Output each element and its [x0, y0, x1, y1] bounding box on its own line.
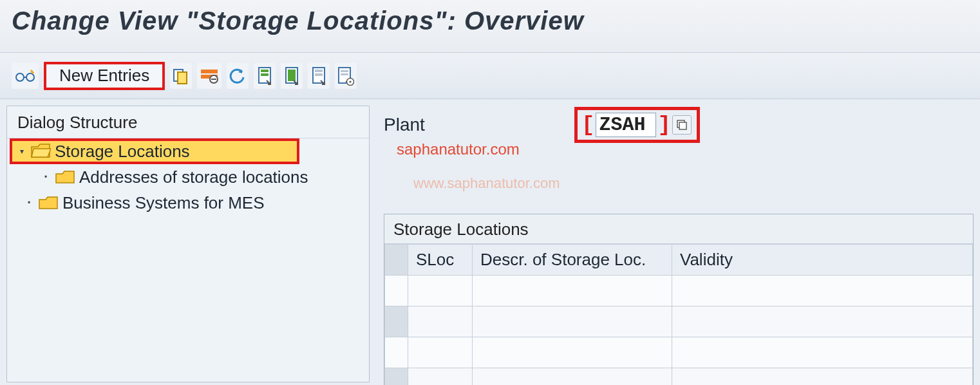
col-sloc[interactable]: SLoc	[408, 245, 473, 276]
tree-item-business-systems[interactable]: • Business Systems for MES	[7, 190, 369, 216]
table-row[interactable]	[385, 368, 973, 386]
row-selector[interactable]	[385, 368, 408, 386]
svg-rect-15	[315, 73, 323, 76]
value-help-button[interactable]	[672, 115, 692, 135]
plant-field-highlight: [ ]	[574, 107, 700, 143]
tree-item-storage-locations[interactable]: ▾ Storage Locations	[10, 138, 299, 164]
svg-rect-7	[211, 79, 216, 80]
row-selector-header[interactable]	[385, 245, 408, 276]
title-bar: Change View "Storage Locations": Overvie…	[0, 0, 980, 53]
value-help-icon	[676, 119, 688, 131]
cell-sloc[interactable]	[408, 368, 473, 386]
main-split: Dialog Structure ▾ Storage Locations • A…	[0, 99, 980, 385]
svg-rect-26	[679, 122, 686, 129]
svg-rect-18	[341, 73, 348, 75]
cell-descr[interactable]	[473, 368, 672, 386]
cell-sloc[interactable]	[408, 306, 473, 337]
svg-rect-4	[201, 70, 218, 73]
cell-validity[interactable]	[672, 368, 973, 386]
svg-rect-10	[261, 73, 269, 76]
copy-icon[interactable]	[170, 63, 192, 89]
row-selector[interactable]	[385, 276, 408, 306]
dialog-tree: ▾ Storage Locations • Addresses of stora…	[7, 138, 369, 216]
svg-point-1	[26, 73, 34, 81]
svg-point-0	[16, 73, 24, 81]
cell-validity[interactable]	[672, 276, 973, 306]
cell-descr[interactable]	[473, 276, 672, 306]
bracket-right-icon: ]	[657, 113, 670, 137]
undo-icon[interactable]	[227, 63, 249, 89]
col-descr[interactable]: Descr. of Storage Loc.	[473, 245, 672, 276]
tree-item-addresses[interactable]: • Addresses of storage locations	[7, 164, 369, 190]
delete-row-icon[interactable]	[197, 63, 221, 89]
folder-icon	[38, 194, 59, 211]
cell-sloc[interactable]	[408, 337, 473, 368]
bracket-left-icon: [	[581, 113, 594, 137]
cell-validity[interactable]	[672, 306, 973, 337]
content-panel: Plant [ ] saphanatutor.com www.saphanatu…	[375, 99, 980, 385]
select-block-icon[interactable]	[281, 63, 303, 89]
tree-label: Business Systems for MES	[62, 193, 265, 213]
svg-rect-12	[288, 70, 296, 81]
cell-descr[interactable]	[473, 337, 672, 368]
select-all-icon[interactable]	[254, 63, 276, 89]
watermark-text: saphanatutor.com	[397, 140, 520, 158]
svg-rect-14	[315, 70, 323, 72]
folder-open-icon	[30, 143, 51, 160]
toolbar: New Entries	[0, 53, 980, 99]
svg-point-20	[350, 80, 352, 82]
storage-locations-table: SLoc Descr. of Storage Loc. Validity	[384, 244, 973, 385]
col-validity[interactable]: Validity	[672, 245, 973, 276]
table-row[interactable]	[385, 337, 973, 368]
print-config-icon[interactable]	[335, 63, 357, 89]
cell-validity[interactable]	[672, 337, 973, 368]
expand-icon[interactable]: •	[28, 198, 37, 207]
deselect-all-icon[interactable]	[308, 63, 330, 89]
dialog-structure-header: Dialog Structure	[7, 106, 369, 138]
row-selector[interactable]	[385, 337, 408, 368]
tree-label: Addresses of storage locations	[79, 167, 308, 187]
svg-rect-17	[341, 70, 348, 72]
plant-input[interactable]	[596, 113, 656, 137]
tree-label: Storage Locations	[55, 142, 190, 162]
dialog-panel: Dialog Structure ▾ Storage Locations • A…	[0, 99, 375, 385]
grid-title: Storage Locations	[384, 214, 973, 244]
cell-sloc[interactable]	[408, 276, 473, 306]
svg-rect-3	[178, 72, 187, 84]
glasses-icon[interactable]	[12, 63, 39, 89]
row-selector[interactable]	[385, 306, 408, 337]
cell-descr[interactable]	[473, 306, 672, 337]
expand-icon[interactable]: ▾	[20, 147, 29, 156]
plant-label: Plant	[384, 115, 570, 135]
svg-rect-9	[261, 70, 269, 72]
new-entries-label: New Entries	[59, 66, 149, 86]
page-title: Change View "Storage Locations": Overvie…	[12, 6, 584, 35]
plant-row: Plant [ ]	[384, 107, 974, 143]
folder-icon	[55, 169, 75, 185]
new-entries-button[interactable]: New Entries	[44, 62, 165, 90]
expand-icon[interactable]: •	[44, 173, 53, 182]
table-row[interactable]	[385, 306, 973, 337]
storage-locations-grid: Storage Locations SLoc Descr. of Storage…	[384, 214, 974, 385]
watermark-text-faded: www.saphanatutor.com	[413, 175, 560, 192]
table-row[interactable]	[385, 276, 973, 306]
